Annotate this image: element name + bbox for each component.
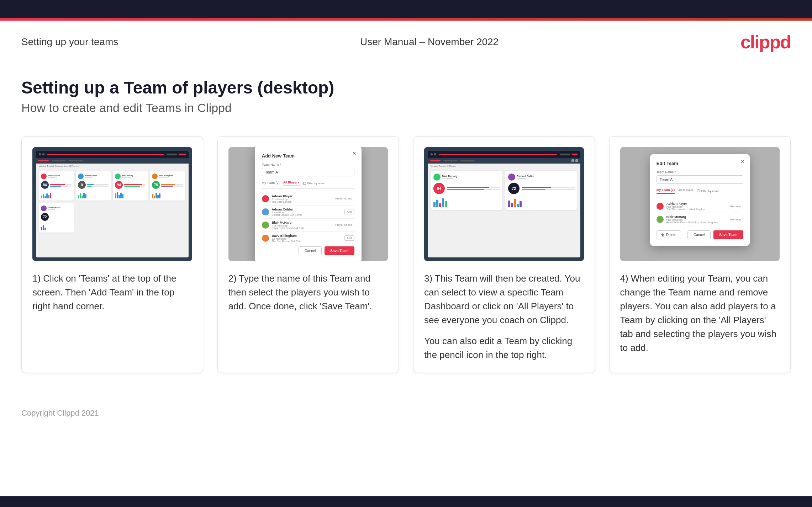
edit-filter: Filter by name xyxy=(697,190,719,193)
player-sub-1: Plus Handicap xyxy=(272,198,330,201)
edit-filter-checkbox[interactable] xyxy=(697,190,700,192)
edit-player-row-2: Blair McHarg Plus Handicap Royal North D… xyxy=(657,213,743,226)
player-list: Adrian Player Plus Handicap The Shire Lo… xyxy=(262,192,354,242)
player-sub-1b: The Shire London xyxy=(272,201,330,203)
edit-tab-all-players[interactable]: All Players xyxy=(678,188,694,193)
ss1-inner: Viewing 4 out of 4 players from All Play… xyxy=(36,151,189,257)
player-info-3: Blair McHarg Plus Handicap Royal North D… xyxy=(272,221,330,229)
player-sub-4b: The Dog Maying Golf Club xyxy=(272,240,342,242)
edit-player-name-2: Blair McHarg xyxy=(666,215,725,219)
add-team-dialog: Add New Team ✕ Team Name * My Team (2) A… xyxy=(255,147,362,261)
ss1-topbar xyxy=(36,151,189,158)
footer: Copyright Clippd 2021 xyxy=(0,401,812,425)
edit-player-list: Adrian Player Plus Handicap The Shire Lo… xyxy=(657,200,743,226)
page-title: Setting up a Team of players (desktop) xyxy=(21,78,791,97)
edit-team-name-input[interactable] xyxy=(657,175,743,184)
screenshot-1: Viewing 4 out of 4 players from All Play… xyxy=(32,147,192,261)
card-1: Viewing 4 out of 4 players from All Play… xyxy=(21,136,203,373)
score-badge-2: 0 xyxy=(78,181,86,189)
avatar-4 xyxy=(152,174,158,179)
mini-chart-1 xyxy=(41,191,72,198)
player-info-4: Dave Billingham 1.5 Handicap The Dog May… xyxy=(272,234,342,242)
edit-cancel-button[interactable]: Cancel xyxy=(687,230,711,239)
card-3-desc1: 3) This Team will then be created. You c… xyxy=(424,272,584,327)
player-mini-card-5: Richard Butler 2 Handicap 72 xyxy=(39,203,74,233)
remove-player-button-2[interactable]: Remove xyxy=(728,217,743,222)
nav-item-2 xyxy=(52,160,66,161)
ss3-inner: Viewing Team A · 2 Players Blair McHarg … xyxy=(428,151,580,257)
edit-avatar-1 xyxy=(657,203,664,210)
close-edit-icon[interactable]: ✕ xyxy=(740,159,745,164)
player-row-1: Adrian Player Plus Handicap The Shire Lo… xyxy=(262,192,354,206)
topbar-dot xyxy=(42,153,44,155)
trash-icon: 🗑 xyxy=(661,233,665,237)
edit-player-name-1: Adrian Player xyxy=(666,202,725,206)
player-sub-2: 1 Handicap xyxy=(272,211,342,214)
player-name-4: Dave Billingham xyxy=(272,234,342,238)
tab-my-team[interactable]: My Team (2) xyxy=(262,181,280,186)
settings-icon[interactable] xyxy=(575,159,578,162)
edit-tab-my-team[interactable]: My Team (2) xyxy=(657,188,675,194)
player-name-3: Blair McHarg xyxy=(272,221,330,224)
edit-save-team-button[interactable]: Save Team xyxy=(713,230,743,239)
delete-button[interactable]: 🗑 Delete xyxy=(657,230,681,239)
player-row-2: Adrian Coliba 1 Handicap Central London … xyxy=(262,206,354,219)
dialog-tabs: My Team (2) All Players Filter by name xyxy=(262,181,354,189)
player-row-3: Blair McHarg Plus Handicap Royal North D… xyxy=(262,219,354,232)
add-player-button-4[interactable]: Add xyxy=(344,235,354,241)
edit-avatar-2 xyxy=(657,216,664,223)
edit-player-row-1: Adrian Player Plus Handicap The Shire Lo… xyxy=(657,200,743,213)
cancel-button[interactable]: Cancel xyxy=(299,246,322,255)
close-icon[interactable]: ✕ xyxy=(352,150,357,156)
ss3-player-card-2: Richard Butler 2 Handicap 72 xyxy=(505,171,577,210)
player-action-3: Player Added xyxy=(333,223,354,227)
screenshot-3: Viewing Team A · 2 Players Blair McHarg … xyxy=(424,147,584,261)
player-mini-card-1: Adrian Collins Plus Handicap 84 xyxy=(39,171,74,201)
remove-player-button-1[interactable]: Remove xyxy=(728,204,743,209)
player-mini-card-3: Blair McHarg Plus Handicap 94 xyxy=(113,171,148,201)
card-2-desc: 2) Type the name of this Team and then s… xyxy=(228,272,388,313)
card-3-desc2: You can also edit a Team by clicking the… xyxy=(424,334,584,362)
copyright-text: Copyright Clippd 2021 xyxy=(21,409,99,417)
player-sub-3: Plus Handicap xyxy=(272,224,330,227)
filter-checkbox: Filter by name xyxy=(303,182,326,185)
edit-player-info-2: Blair McHarg Plus Handicap Royal North D… xyxy=(666,215,725,224)
edit-player-info-1: Adrian Player Plus Handicap The Shire Lo… xyxy=(666,202,725,210)
add-player-button-2[interactable]: Add xyxy=(344,209,354,214)
topbar-btn xyxy=(167,154,177,155)
edit-team-dialog: Edit Team ✕ Team Name * My Team (2) All … xyxy=(650,154,750,246)
save-team-button[interactable]: Save Team xyxy=(325,246,354,255)
score-badge-1: 84 xyxy=(41,181,49,189)
player-avatar-3 xyxy=(262,222,269,229)
page-subtitle: How to create and edit Teams in Clippd xyxy=(21,101,791,115)
filter-by-name-checkbox[interactable] xyxy=(303,182,306,185)
top-bar xyxy=(0,0,812,18)
ss1-nav xyxy=(36,158,189,164)
avatar-2 xyxy=(78,174,84,179)
clippd-logo: clippd xyxy=(740,31,791,53)
player-sub-2b: Central London Golf Centre xyxy=(272,214,342,216)
ss3-player-card-1: Blair McHarg Plus Handicap 94 xyxy=(431,171,502,210)
edit-dialog-tabs: My Team (2) All Players Filter by name xyxy=(657,188,743,196)
team-name-label: Team Name * xyxy=(262,163,354,166)
dialog-title: Add New Team xyxy=(262,153,354,159)
header: Setting up your teams User Manual – Nove… xyxy=(0,21,812,60)
avatar-3 xyxy=(115,174,121,179)
player-name-2: Adrian Coliba xyxy=(272,208,342,211)
bottom-bar xyxy=(0,496,812,507)
screenshot-4: Edit Team ✕ Team Name * My Team (2) All … xyxy=(620,147,780,261)
cards-row: Viewing 4 out of 4 players from All Play… xyxy=(21,136,791,373)
tab-all-players[interactable]: All Players xyxy=(283,181,300,186)
ss1-label: Viewing 4 out of 4 players from All Play… xyxy=(36,164,189,169)
team-name-input[interactable] xyxy=(262,168,354,176)
ss3-topbar xyxy=(428,151,580,158)
main-content: Setting up a Team of players (desktop) H… xyxy=(0,60,812,401)
header-section-label: Setting up your teams xyxy=(21,36,118,48)
edit-icon[interactable] xyxy=(571,159,574,162)
header-manual-label: User Manual – November 2022 xyxy=(360,36,499,48)
edit-dialog-footer: 🗑 Delete Cancel Save Team xyxy=(657,230,743,239)
player-name-1: Adrian Player xyxy=(272,194,330,198)
avatar-5 xyxy=(41,206,47,211)
player-info-2: Adrian Coliba 1 Handicap Central London … xyxy=(272,208,342,216)
nav-item-3 xyxy=(69,160,83,161)
